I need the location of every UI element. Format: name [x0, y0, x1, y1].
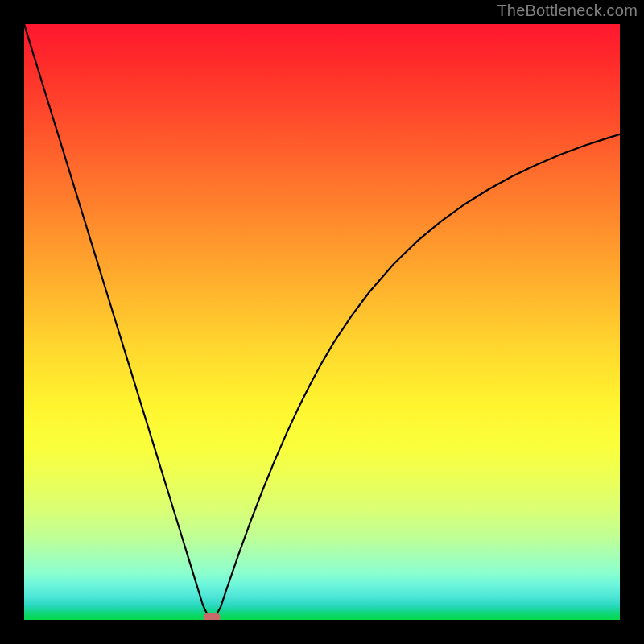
chart-frame: TheBottleneck.com: [0, 0, 644, 644]
optimal-marker: [204, 614, 220, 620]
plot-svg: [24, 24, 620, 620]
bottleneck-curve: [24, 24, 620, 617]
watermark-text: TheBottleneck.com: [497, 2, 638, 20]
plot-area: [24, 24, 620, 620]
